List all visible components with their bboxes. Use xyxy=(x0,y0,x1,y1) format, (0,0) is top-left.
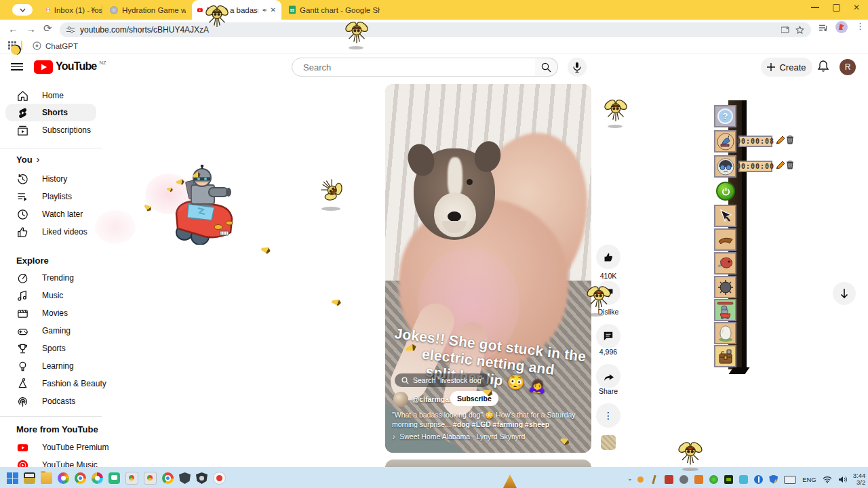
youtube-logo[interactable]: YouTube NZ xyxy=(34,60,106,74)
file-explorer-icon[interactable] xyxy=(24,472,35,484)
channel-avatar[interactable] xyxy=(393,392,408,407)
delete-trash-icon[interactable] xyxy=(786,135,794,144)
app-window-icon[interactable] xyxy=(125,472,138,485)
bookmark-star-icon[interactable] xyxy=(795,26,804,35)
search-button[interactable] xyxy=(535,58,558,77)
channel-handle[interactable]: @clfarmgate xyxy=(412,395,455,403)
sidebar-item-subscriptions[interactable]: Subscriptions xyxy=(0,122,118,138)
sidebar-item-music[interactable]: Music xyxy=(0,287,118,304)
sidebar-item-sports[interactable]: Sports xyxy=(0,340,118,357)
notifications-button[interactable] xyxy=(817,60,829,73)
more-actions-button[interactable]: ⋮ xyxy=(596,403,620,428)
windows-start-button[interactable] xyxy=(7,472,18,484)
tray-bluetooth-icon[interactable] xyxy=(754,475,763,484)
sidebar-item-playlists[interactable]: Playlists xyxy=(0,188,118,205)
game-egg-tool[interactable] xyxy=(714,322,736,344)
media-queue-icon[interactable] xyxy=(819,24,829,33)
tray-language[interactable]: ENG xyxy=(802,476,816,483)
sidebar-item-movies[interactable]: Movies xyxy=(0,305,118,321)
sound-source-thumbnail[interactable] xyxy=(601,435,616,450)
suggested-search-chip[interactable]: Search "livestock dog" xyxy=(395,373,490,387)
sidebar-item-trending[interactable]: Trending xyxy=(0,270,118,286)
delete-trash-icon[interactable] xyxy=(786,160,794,169)
chat-app-icon[interactable] xyxy=(108,472,120,484)
maximize-button[interactable] xyxy=(833,4,840,12)
game-robot-tool[interactable] xyxy=(714,155,736,178)
reload-icon[interactable]: ⟳ xyxy=(43,22,52,35)
shorts-video[interactable]: Jokes!! She got stuck in the electric ne… xyxy=(385,84,591,453)
chrome-icon[interactable] xyxy=(162,472,174,484)
sidebar-item-history[interactable]: History xyxy=(0,171,118,187)
shield-app-icon[interactable] xyxy=(179,472,191,484)
tray-app-icon[interactable] xyxy=(694,475,703,484)
sidebar-you[interactable]: You › xyxy=(16,155,40,165)
game-chest-tool[interactable] xyxy=(714,345,736,367)
install-icon[interactable] xyxy=(781,26,790,34)
tray-status-icon[interactable] xyxy=(709,475,718,484)
account-avatar[interactable]: R xyxy=(840,59,856,75)
close-button[interactable]: ✕ xyxy=(853,3,860,12)
slack-icon[interactable] xyxy=(92,472,103,484)
next-short-button[interactable] xyxy=(833,282,856,305)
sidebar-item-fashion[interactable]: Fashion & Beauty xyxy=(0,375,118,392)
minimize-button[interactable] xyxy=(811,7,819,8)
bookmark-chatgpt[interactable]: ChatGPT xyxy=(33,41,78,50)
like-button[interactable] xyxy=(596,245,620,269)
game-help-button[interactable]: ? xyxy=(714,105,736,127)
tab-hydration-game[interactable]: Hydration Game with Mosqu xyxy=(104,0,191,20)
music-row[interactable]: ♪ Sweet Home Alabama · Lynyrd Skynyrd xyxy=(392,432,525,441)
tab-sheets[interactable]: Gantt chart - Google Sheets xyxy=(283,0,385,20)
edit-pencil-icon[interactable] xyxy=(776,161,785,169)
folder-icon[interactable] xyxy=(41,472,52,484)
game-spikeball-tool[interactable] xyxy=(714,276,736,298)
speaker-icon[interactable] xyxy=(838,476,847,483)
voice-search-button[interactable] xyxy=(568,58,587,77)
create-button[interactable]: Create xyxy=(761,58,812,77)
game-power-button[interactable] xyxy=(716,182,735,201)
comments-button[interactable] xyxy=(596,324,620,348)
tray-clock[interactable]: 3:44 3/2 xyxy=(853,472,866,486)
mosquito-sprite[interactable] xyxy=(604,97,628,125)
chrome-icon[interactable] xyxy=(75,472,86,484)
game-cursor-tool[interactable] xyxy=(714,205,736,227)
app-window-icon[interactable] xyxy=(144,472,157,485)
tray-nvidia-icon[interactable] xyxy=(724,475,733,484)
browser-menu-icon[interactable]: ⋮ xyxy=(856,21,865,31)
back-icon[interactable]: ← xyxy=(8,23,18,35)
wifi-icon[interactable] xyxy=(823,476,832,483)
tray-keyboard-icon[interactable] xyxy=(784,476,796,484)
mosquito-sprite[interactable] xyxy=(586,283,612,313)
sidebar-item-gaming[interactable]: Gaming xyxy=(0,323,118,339)
url-bar[interactable]: youtube.com/shorts/cBHUY4AJXzA xyxy=(60,22,811,37)
tab-search-button[interactable] xyxy=(12,4,33,16)
search-input[interactable] xyxy=(302,62,508,73)
game-pump-tool[interactable] xyxy=(714,130,736,152)
mosquito-sprite[interactable] xyxy=(205,3,229,31)
tab-audio-icon[interactable] xyxy=(262,7,267,14)
tray-printer-icon[interactable] xyxy=(739,475,748,484)
tab-gmail[interactable]: Inbox (1) - roshan@whoopeein xyxy=(41,0,107,20)
game-creature-tool[interactable] xyxy=(714,252,736,274)
tray-app-icon[interactable] xyxy=(665,475,673,484)
hamburger-menu-icon[interactable] xyxy=(11,62,23,70)
share-button[interactable] xyxy=(596,364,620,388)
forward-icon[interactable]: → xyxy=(26,23,36,35)
sidebar-item-premium[interactable]: YouTube Premium xyxy=(0,439,118,455)
tray-gear-icon[interactable] xyxy=(679,475,688,484)
sidebar-item-learning[interactable]: Learning xyxy=(0,358,118,374)
game-boomerang-tool[interactable] xyxy=(714,228,736,251)
sidebar-item-podcasts[interactable]: Podcasts xyxy=(0,393,118,409)
search-box[interactable] xyxy=(292,58,536,77)
tab-close-icon[interactable]: ✕ xyxy=(90,5,96,13)
edit-pencil-icon[interactable] xyxy=(776,136,785,144)
tray-status-dot[interactable] xyxy=(637,476,644,483)
tab-close-icon[interactable]: ✕ xyxy=(271,6,276,14)
game-vehicle-tool-selected[interactable] xyxy=(714,299,736,321)
mosquito-sprite[interactable] xyxy=(344,19,369,47)
tray-swatter-icon[interactable] xyxy=(650,475,658,484)
screen-record-icon[interactable] xyxy=(213,472,226,485)
tray-expand-icon[interactable]: › xyxy=(627,478,634,480)
profile-avatar[interactable] xyxy=(835,21,848,33)
sidebar-item-shorts[interactable]: Shorts xyxy=(0,104,118,121)
video-caption[interactable]: "What a badass looking dog" 😳 How's that… xyxy=(392,411,586,429)
